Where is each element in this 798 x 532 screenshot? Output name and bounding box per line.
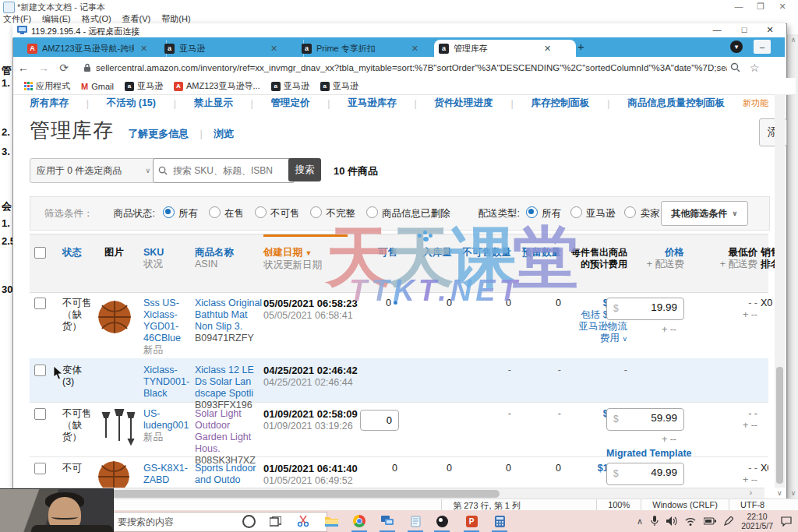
nav-inactive[interactable]: 不活动 (15) [107,97,156,110]
notepad-close-icon[interactable]: ✕ [772,2,793,12]
new-tab-button[interactable]: + [577,40,584,53]
browser-tab-prime[interactable]: a Prime 专享折扣 ✕ [297,40,441,57]
reload-icon[interactable]: ⟳ [54,62,74,74]
notepad-maximize-icon[interactable]: ❐ [750,2,772,12]
rdp-maximize-icon[interactable]: □ [733,25,755,34]
tray-chevron-up-icon[interactable]: ∧ [637,516,643,527]
row-available: 0 [352,463,397,474]
more-filters-button[interactable]: 其他筛选条件 ∨ [661,201,748,226]
product-image[interactable] [97,299,142,338]
rdp-close-icon[interactable]: ✕ [759,25,781,35]
radio-fulfil-all[interactable]: 所有 [526,206,561,220]
scroll-right-icon[interactable]: › [750,488,752,497]
horizontal-scrollbar[interactable]: › [13,488,764,499]
price-input[interactable] [621,301,679,314]
task-view-icon[interactable] [267,513,284,530]
forward-icon[interactable]: → [34,62,54,74]
row-status-variant[interactable]: 变体 (3) [62,365,98,388]
nav-fba-inventory[interactable]: 亚马逊库存 [348,97,397,110]
search-button[interactable]: 搜索 [288,158,321,181]
nav-inventory-dashboard[interactable]: 库存控制面板 [531,97,589,110]
radio-status-incomplete[interactable]: 不完整 [310,206,355,220]
quantity-input[interactable] [361,410,395,428]
row-checkbox[interactable] [34,408,45,423]
powerpoint-icon[interactable]: P [463,513,480,530]
tab-close-icon[interactable]: ✕ [544,44,551,54]
col-date-sorted[interactable]: 创建日期 ▼ 状况更新日期 [263,247,322,271]
radio-status-deleted[interactable]: 商品信息已删除 [366,206,450,220]
tab-close-icon[interactable]: ✕ [270,44,277,54]
col-sku[interactable]: SKU 状况 [143,247,164,270]
speaker-icon[interactable] [666,516,677,526]
learn-more-link[interactable]: 了解更多信息 [128,128,189,139]
bookmark-amz123[interactable]: A AMZ123亚马逊导... [174,80,260,92]
row-checkbox[interactable] [34,365,45,379]
price-input-box[interactable]: $ [606,408,684,431]
price-input-box[interactable]: $ [606,463,684,485]
product-image[interactable] [97,460,142,488]
nav-all-inventory[interactable]: 所有库存 [30,97,69,110]
pen-icon[interactable] [724,516,733,526]
row-checkbox[interactable] [34,463,45,477]
network-icon[interactable] [685,517,696,526]
bookmark-apps[interactable]: 应用程式 [24,80,70,92]
back-icon[interactable]: ← [13,62,34,74]
product-image[interactable] [97,407,142,449]
bookmark-gmail[interactable]: M Gmail [81,82,114,91]
tab-search-icon[interactable]: ▾ [730,41,743,53]
cortana-icon[interactable] [240,513,257,530]
radio-icon [255,206,267,218]
browse-link[interactable]: 浏览 [214,128,234,139]
price-input-box[interactable]: $ [606,298,684,320]
radio-status-active[interactable]: 在售 [209,206,244,220]
radio-fulfil-amazon[interactable]: 亚马逊 [570,206,616,220]
tabstrip-minimize-icon[interactable]: – [754,40,771,54]
remote-desktop-icon[interactable] [379,513,396,530]
nav-shipment-progress[interactable]: 货件处理进度 [435,97,493,110]
nav-suppressed[interactable]: 禁止显示 [194,97,233,110]
radio-status-all[interactable]: 所有 [163,206,198,220]
browser-tab-inventory[interactable]: a 管理库存 ✕ [434,40,576,57]
clip-app-icon[interactable] [295,513,312,530]
bookmark-amazon-3[interactable]: a 亚马逊 [320,80,358,92]
price-input[interactable] [621,466,679,479]
tab-close-icon[interactable]: ✕ [140,44,147,54]
nav-listing-quality[interactable]: 商品信息质量控制面板 [627,97,725,110]
bookmark-amazon-1[interactable]: a 亚马逊 [125,80,163,92]
scroll-down-icon[interactable]: ∨ [777,489,782,497]
url-text[interactable]: sellercentral.amazon.com/inventory/ref=x… [96,63,727,72]
select-all-checkbox[interactable] [34,247,45,262]
notepad-minimize-icon[interactable]: — [728,2,750,12]
col-name[interactable]: 商品名称 ASIN [195,247,234,270]
col-status[interactable]: 状态 [62,247,82,259]
notification-icon[interactable] [781,516,792,527]
file-explorer-icon[interactable] [323,513,340,530]
bookmark-star-icon[interactable]: ☆ [750,62,760,74]
row-checkbox[interactable] [34,298,45,312]
rdp-titlebar[interactable]: 119.29.195.4 - 远程桌面连接 — □ ✕ [12,23,786,38]
tray-clock[interactable]: 22:10 2021/5/7 [741,512,773,530]
search-input[interactable] [171,164,276,177]
notepad-vertical-scrollbar[interactable]: ∧ ∨ [787,34,798,499]
microphone-icon[interactable] [651,516,659,527]
tab-close-icon[interactable]: ✕ [411,44,418,54]
quantity-input-box[interactable] [360,410,399,431]
col-price[interactable]: 价格 + 配送费 [606,247,684,270]
vertical-scrollbar[interactable]: ∨ [775,94,785,488]
radio-fulfil-merchant[interactable]: 卖家 [624,206,659,220]
bulk-action-dropdown[interactable]: 应用于 0 件选定商品 ∨ [30,158,157,183]
obs-icon[interactable] [433,513,450,530]
browser-tab-amazon[interactable]: a 亚马逊 ✕ [160,40,304,57]
battery-icon[interactable] [704,517,716,525]
chrome-icon[interactable] [351,513,368,530]
nav-manage-pricing[interactable]: 管理定价 [271,97,310,110]
rdp-minimize-icon[interactable]: — [706,25,728,34]
radio-status-inactive[interactable]: 不可售 [255,206,300,220]
notepad-app-icon[interactable] [407,513,424,530]
calculator-icon[interactable] [491,513,508,530]
zoom-page-icon[interactable] [730,62,740,72]
browser-tab-amz123[interactable]: A AMZ123亚马逊导航-跨境电商… ✕ [23,40,167,57]
scrollbar-thumb[interactable] [776,367,783,484]
price-input[interactable] [621,411,679,425]
bookmark-amazon-2[interactable]: a 亚马逊 [271,80,309,92]
